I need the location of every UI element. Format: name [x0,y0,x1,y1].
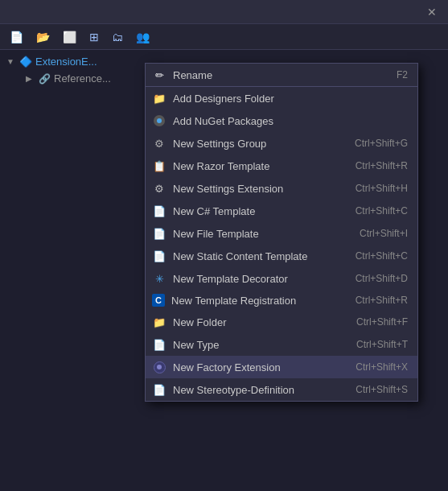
menu-item-rename[interactable]: ✏ Rename F2 [146,64,417,86]
gear-icon: ⚙ [152,136,166,151]
project-icon: 🔷 [19,56,32,68]
menu-item-label-add-nuget: Add NuGet Packages [173,115,408,127]
type-icon: 📄 [152,337,166,352]
menu-item-label-new-razor-template: New Razor Template [173,160,336,172]
menu-item-label-add-designers: Add Designers Folder [173,93,408,105]
close-button[interactable]: ✕ [422,4,442,20]
menu-item-label-new-folder: New Folder [173,316,337,328]
stereo-icon: 📄 [152,382,166,397]
menu-item-shortcut-new-settings-group: Ctrl+Shift+G [355,138,408,149]
menu-item-label-new-stereotype-definition: New Stereotype-Definition [173,384,336,396]
factory-icon [152,360,166,374]
menu-item-shortcut-new-file-template: Ctrl+Shift+I [360,228,408,239]
menu-item-new-csharp-template[interactable]: 📄 New C# Template Ctrl+Shift+C [146,200,417,222]
file-icon: 📄 [152,226,166,241]
nuget-icon [152,113,166,128]
menu-item-shortcut-new-template-decorator: Ctrl+Shift+D [356,273,408,284]
expand-icon[interactable]: ⬜ [60,29,80,45]
folder-blue-icon: 📁 [152,91,166,105]
context-menu: ✏ Rename F2 📁 Add Designers Folder Add N… [145,63,418,402]
menu-item-label-new-template-registration: New Template Registration [171,295,336,307]
razor-icon: 📋 [152,159,166,173]
menu-item-new-file-template[interactable]: 📄 New File Template Ctrl+Shift+I [146,222,417,245]
menu-item-new-template-registration[interactable]: C New Template Registration Ctrl+Shift+R [146,290,417,311]
csharp-icon: 📄 [152,204,166,218]
menu-item-label-new-template-decorator: New Template Decorator [173,273,336,285]
open-folder-icon[interactable]: 📂 [33,29,53,45]
project-label: ExtensionE... [35,56,97,68]
menu-item-shortcut-new-factory-extension: Ctrl+Shift+X [356,361,408,373]
menu-item-new-razor-template[interactable]: 📋 New Razor Template Ctrl+Shift+R [146,155,417,177]
menu-item-shortcut-new-csharp-template: Ctrl+Shift+C [356,205,408,217]
menu-item-shortcut-new-template-registration: Ctrl+Shift+R [356,295,408,306]
menu-item-shortcut-new-static-content: Ctrl+Shift+C [356,250,408,262]
new-file-icon[interactable]: 📄 [6,29,27,45]
folder-yellow-icon: 📁 [152,315,166,329]
reference-icon: 🔗 [39,73,51,85]
menu-item-new-template-decorator[interactable]: ✳ New Template Decorator Ctrl+Shift+D [146,267,417,290]
menu-item-label-rename: Rename [173,69,377,81]
pencil-icon: ✏ [152,68,166,82]
reference-label: Reference... [54,72,111,85]
menu-item-new-stereotype-definition[interactable]: 📄 New Stereotype-Definition Ctrl+Shift+S [146,378,417,401]
menu-item-new-folder[interactable]: 📁 New Folder Ctrl+Shift+F [146,311,417,333]
menu-item-new-settings-extension[interactable]: ⚙ New Settings Extension Ctrl+Shift+H [146,177,417,200]
template-dec-icon: ✳ [152,271,166,286]
settings-ext-icon: ⚙ [152,181,166,196]
menu-item-new-factory-extension[interactable]: New Factory Extension Ctrl+Shift+X [146,356,417,378]
ref-arrow: ▶ [26,74,35,83]
menu-item-add-designers[interactable]: 📁 Add Designers Folder [146,86,417,109]
menu-item-shortcut-new-razor-template: Ctrl+Shift+R [356,160,408,171]
menu-item-shortcut-new-type: Ctrl+Shift+T [356,339,408,350]
menu-item-shortcut-new-folder: Ctrl+Shift+F [356,316,408,328]
title-bar: ✕ [0,0,448,24]
menu-item-shortcut-new-stereotype-definition: Ctrl+Shift+S [356,384,408,395]
menu-item-label-new-static-content: New Static Content Template [173,250,336,262]
menu-item-label-new-settings-extension: New Settings Extension [173,183,336,195]
menu-item-label-new-file-template: New File Template [173,228,340,240]
menu-item-label-new-settings-group: New Settings Group [173,138,335,150]
toolbar: 📄 📂 ⬜ ⊞ 🗂 👥 [0,24,448,50]
menu-item-shortcut-new-settings-extension: Ctrl+Shift+H [356,183,408,194]
static-icon: 📄 [152,249,166,263]
menu-item-add-nuget[interactable]: Add NuGet Packages [146,109,417,132]
modules-icon[interactable]: 🗂 [109,29,126,45]
menu-item-shortcut-rename: F2 [397,69,408,80]
users-icon[interactable]: 👥 [133,29,153,45]
menu-item-new-settings-group[interactable]: ⚙ New Settings Group Ctrl+Shift+G [146,132,417,155]
expand-arrow: ▼ [6,57,16,66]
menu-item-new-static-content[interactable]: 📄 New Static Content Template Ctrl+Shift… [146,245,417,267]
menu-item-label-new-csharp-template: New C# Template [173,205,336,217]
grid-icon[interactable]: ⊞ [86,29,102,45]
c-blue-icon: C [152,294,165,307]
menu-item-new-type[interactable]: 📄 New Type Ctrl+Shift+T [146,333,417,356]
menu-item-label-new-factory-extension: New Factory Extension [173,361,336,373]
menu-item-label-new-type: New Type [173,339,337,351]
